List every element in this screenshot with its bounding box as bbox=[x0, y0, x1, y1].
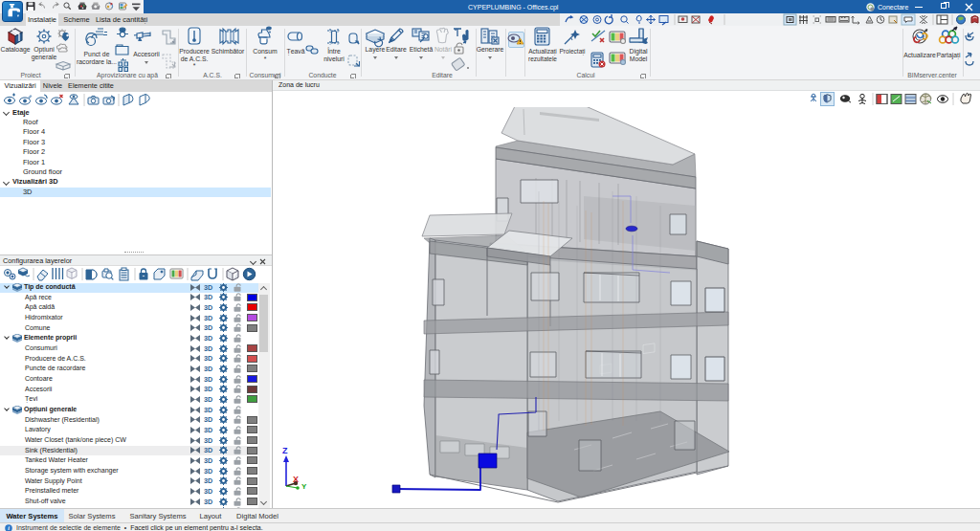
svg-text:3D: 3D bbox=[204, 416, 212, 425]
svg-text:Y: Y bbox=[301, 482, 307, 491]
svg-text:3D: 3D bbox=[204, 324, 212, 333]
svg-text:3D: 3D bbox=[204, 334, 212, 343]
svg-text:3D: 3D bbox=[204, 456, 212, 465]
svg-text:3D: 3D bbox=[204, 395, 212, 404]
svg-text:3D: 3D bbox=[204, 283, 212, 292]
svg-text:3D: 3D bbox=[204, 487, 212, 496]
svg-text:3D: 3D bbox=[204, 386, 212, 394]
svg-text:3D: 3D bbox=[204, 426, 212, 434]
svg-text:3D: 3D bbox=[204, 477, 212, 486]
svg-text:3D: 3D bbox=[204, 436, 212, 445]
svg-text:X: X bbox=[293, 475, 299, 484]
svg-text:Z: Z bbox=[282, 446, 288, 455]
svg-text:3D: 3D bbox=[204, 467, 212, 476]
svg-text:3D: 3D bbox=[204, 375, 212, 384]
svg-text:3D: 3D bbox=[204, 365, 212, 373]
svg-text:3D: 3D bbox=[204, 294, 212, 302]
svg-text:3D: 3D bbox=[204, 406, 212, 414]
svg-text:3D: 3D bbox=[204, 355, 212, 364]
svg-text:3D: 3D bbox=[204, 314, 212, 322]
svg-text:3D: 3D bbox=[204, 447, 212, 455]
svg-text:3D: 3D bbox=[204, 344, 212, 353]
svg-text:3D: 3D bbox=[204, 498, 212, 506]
svg-text:3D: 3D bbox=[204, 303, 212, 312]
